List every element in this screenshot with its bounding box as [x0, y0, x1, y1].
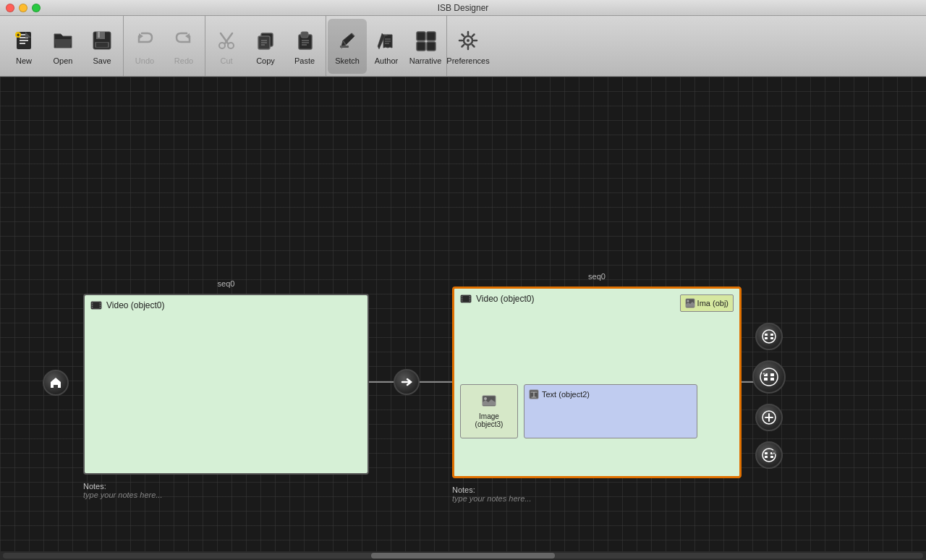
svg-rect-57	[770, 337, 773, 339]
home-icon	[48, 376, 63, 390]
svg-rect-61	[764, 378, 768, 381]
paste-button[interactable]: Paste	[285, 19, 324, 74]
arrow-connector[interactable]	[394, 369, 420, 395]
preferences-icon	[455, 27, 481, 54]
redo-label: Redo	[174, 56, 193, 65]
svg-point-33	[92, 302, 93, 304]
title-bar: ISB Designer	[0, 0, 926, 16]
svg-rect-69	[765, 456, 768, 458]
corner-image-label: Ima (obj)	[697, 299, 729, 307]
sketch-icon	[334, 27, 360, 54]
node1-notes-text[interactable]: type your notes here...	[83, 491, 162, 499]
node1-notes-label: Notes:	[83, 482, 162, 491]
svg-rect-7	[98, 32, 100, 38]
narrative-icon	[412, 27, 438, 54]
redo-button[interactable]: Redo	[164, 19, 203, 74]
scrollbar-thumb[interactable]	[371, 553, 555, 559]
toolbar-group-clipboard: Cut Copy Paste	[205, 16, 326, 76]
corner-image-icon	[685, 298, 695, 308]
svg-rect-56	[765, 337, 768, 339]
node1-title: Video (object0)	[106, 300, 165, 310]
redo-icon	[171, 27, 197, 54]
side-btn-add[interactable]	[755, 404, 783, 431]
side-actions: + +	[752, 323, 786, 469]
svg-point-47	[470, 300, 471, 302]
node2-notes: Notes: type your notes here...	[452, 485, 531, 503]
cut-button[interactable]: Cut	[207, 19, 246, 74]
svg-text:+: +	[773, 451, 776, 455]
minimize-button[interactable]	[19, 4, 27, 12]
node2[interactable]: seq0 Video (object0)	[452, 287, 742, 478]
cut-label: Cut	[220, 56, 232, 65]
window-title: ISB Designer	[438, 3, 489, 13]
group-icon-1	[761, 328, 777, 344]
close-button[interactable]	[6, 4, 14, 12]
author-label: Author	[375, 56, 398, 65]
image-icon-3	[482, 395, 496, 407]
svg-rect-70	[770, 456, 773, 458]
node2-box[interactable]: Video (object0) Ima (obj)	[452, 287, 742, 478]
inner-obj-image3[interactable]: Image (object3)	[460, 384, 518, 438]
film-icon-2	[460, 293, 472, 305]
side-btn-group1[interactable]	[755, 323, 783, 350]
svg-point-12	[219, 43, 225, 48]
svg-point-37	[100, 305, 101, 306]
node2-notes-label: Notes:	[452, 485, 531, 494]
side-btn-add-group[interactable]: +	[752, 360, 786, 394]
group-icon-2: +	[761, 447, 777, 463]
new-label: New	[16, 56, 32, 65]
maximize-button[interactable]	[32, 4, 41, 12]
preferences-label: Preferences	[446, 56, 489, 65]
inner-obj-image3-label: Image (object3)	[465, 412, 513, 428]
save-button[interactable]: Save	[82, 19, 122, 74]
node2-notes-text[interactable]: type your notes here...	[452, 494, 531, 503]
open-button[interactable]: Open	[43, 19, 82, 74]
svg-rect-9	[96, 43, 108, 47]
sketch-label: Sketch	[335, 56, 360, 65]
inner-obj-text2[interactable]: Text (object2)	[524, 384, 697, 438]
corner-image-obj[interactable]: Ima (obj)	[680, 294, 734, 312]
author-button[interactable]: Author	[367, 19, 406, 74]
cut-icon	[213, 27, 239, 54]
svg-rect-62	[770, 378, 774, 381]
toolbar: ✦ New Open	[0, 16, 926, 77]
add-icon	[761, 410, 777, 425]
node2-inner-objects: Image (object3) Text (object2)	[454, 380, 739, 444]
author-icon	[373, 27, 399, 54]
inner-obj-text2-header: Text (object2)	[529, 389, 590, 399]
bottom-scrollbar[interactable]	[0, 551, 926, 560]
svg-rect-17	[301, 32, 308, 38]
sketch-button[interactable]: Sketch	[328, 19, 367, 74]
svg-rect-21	[417, 42, 425, 51]
new-button[interactable]: ✦ New	[4, 19, 43, 74]
svg-text:+: +	[763, 371, 765, 376]
svg-text:✦: ✦	[16, 33, 20, 38]
side-btn-group2[interactable]: +	[755, 441, 783, 469]
node1-notes: Notes: type your notes here...	[83, 482, 162, 499]
node1-box[interactable]: Video (object0)	[83, 294, 369, 475]
svg-point-44	[462, 300, 463, 302]
canvas-area[interactable]: seq0 Video (object0)	[0, 77, 926, 560]
paste-label: Paste	[294, 56, 315, 65]
svg-rect-55	[770, 334, 773, 336]
open-label: Open	[54, 56, 73, 65]
copy-label: Copy	[256, 56, 275, 65]
narrative-button[interactable]: Narrative	[406, 19, 445, 74]
svg-point-13	[228, 43, 234, 48]
window-controls	[6, 4, 41, 12]
undo-button[interactable]: Undo	[125, 19, 164, 74]
inner-obj-text2-label: Text (object2)	[542, 390, 590, 399]
node2-main-content	[454, 307, 739, 380]
add-group-icon: +	[759, 367, 779, 387]
node1-header: Video (object0)	[85, 295, 368, 314]
svg-rect-19	[417, 32, 425, 41]
narrative-label: Narrative	[409, 56, 442, 65]
node1[interactable]: seq0 Video (object0)	[83, 294, 369, 475]
svg-point-36	[100, 302, 101, 304]
node2-title: Video (object0)	[476, 294, 535, 304]
copy-button[interactable]: Copy	[246, 19, 285, 74]
svg-rect-6	[96, 32, 105, 39]
scrollbar-track	[3, 553, 923, 559]
node1-home-connector[interactable]	[43, 370, 69, 396]
preferences-button[interactable]: Preferences	[449, 19, 488, 74]
